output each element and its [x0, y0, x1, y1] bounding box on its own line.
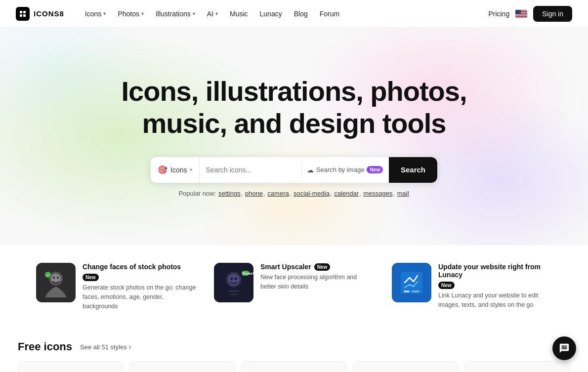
nav-item-forum[interactable]: Forum [315, 7, 344, 21]
search-by-image-label: Search by image [316, 166, 365, 173]
chat-button[interactable] [552, 336, 576, 360]
feature-text-upscaler: Smart Upscaler New New face processing a… [260, 263, 374, 291]
svg-point-15 [235, 278, 237, 280]
navigation: ICONS8 Icons ▾ Photos ▾ Illustrations ▾ … [0, 0, 588, 28]
nav-item-blog[interactable]: Blog [289, 7, 313, 21]
search-category-dropdown[interactable]: 🎯 Icons ▾ [151, 157, 200, 183]
feature-text-lunacy: Update your website right from Lunacy Ne… [438, 263, 552, 310]
popular-label: Popular now: [178, 190, 216, 197]
chevron-down-icon: ▾ [103, 11, 106, 16]
popular-tag-camera[interactable]: camera [267, 190, 289, 197]
icon-grid [18, 361, 570, 372]
svg-rect-0 [20, 11, 22, 13]
category-icon: 🎯 [158, 165, 168, 174]
feature-desc-change-faces: Generate stock photos on the go: change … [83, 283, 196, 311]
feature-title-change-faces: Change faces of stock photos New [83, 263, 196, 281]
svg-rect-3 [23, 14, 26, 17]
feature-thumb-lunacy [392, 263, 431, 302]
nav-label: Music [230, 10, 248, 18]
nav-label: Photos [118, 10, 139, 18]
chevron-down-icon: ▾ [215, 11, 218, 16]
svg-rect-16 [228, 290, 240, 292]
icon-card-3[interactable] [241, 361, 347, 372]
logo-icon [16, 7, 30, 21]
popular-tag-settings[interactable]: settings [218, 190, 241, 197]
search-by-image-button[interactable]: ☁ Search by image New [301, 163, 383, 177]
nav-item-lunacy[interactable]: Lunacy [255, 7, 287, 21]
nav-item-ai[interactable]: AI ▾ [202, 7, 223, 21]
nav-label: Lunacy [260, 10, 282, 18]
nav-links: Icons ▾ Photos ▾ Illustrations ▾ AI ▾ Mu… [80, 7, 489, 21]
cloud-upload-icon: ☁ [307, 166, 314, 174]
free-icons-header: Free icons See all 51 styles › [18, 340, 570, 353]
language-flag[interactable] [515, 10, 527, 18]
feature-new-badge: New [83, 274, 99, 281]
feature-cards: ✓ Change faces of stock photos New Gener… [0, 245, 588, 331]
feature-card-change-faces[interactable]: ✓ Change faces of stock photos New Gener… [27, 255, 205, 319]
svg-point-8 [57, 277, 59, 279]
icon-card-5[interactable] [464, 361, 570, 372]
free-icons-title: Free icons [18, 340, 72, 353]
nav-label: Illustrations [156, 10, 191, 18]
svg-rect-2 [20, 14, 22, 17]
icon-card-1[interactable] [18, 361, 124, 372]
nav-label: Forum [320, 10, 339, 18]
icon-card-4[interactable] [353, 361, 459, 372]
svg-rect-23 [412, 290, 420, 292]
arrow-right-icon: › [129, 343, 131, 351]
feature-desc-lunacy: Link Lunacy and your website to edit ima… [438, 291, 552, 310]
nav-right: Pricing Sign in [488, 6, 572, 22]
svg-point-7 [53, 277, 55, 279]
logo-text: ICONS8 [34, 9, 64, 18]
svg-point-14 [231, 278, 233, 280]
feature-new-badge: New [314, 263, 331, 271]
nav-item-music[interactable]: Music [225, 7, 253, 21]
hero-section: Icons, illustrations, photos, music, and… [0, 28, 588, 245]
icon-card-2[interactable] [129, 361, 235, 372]
feature-card-upscaler[interactable]: Done! Smart Upscaler New New face proces… [205, 255, 383, 319]
svg-rect-22 [404, 290, 410, 292]
nav-label: Blog [294, 10, 308, 18]
free-icons-section: Free icons See all 51 styles › [0, 331, 588, 372]
search-bar: 🎯 Icons ▾ ☁ Search by image New Search [151, 157, 437, 183]
feature-desc-upscaler: New face processing algorithm and better… [260, 273, 374, 291]
hero-content: Icons, illustrations, photos, music, and… [121, 76, 467, 197]
svg-point-6 [51, 274, 61, 284]
svg-text:✓: ✓ [46, 273, 50, 278]
popular-tag-social-media[interactable]: social-media [294, 190, 330, 197]
svg-rect-1 [23, 11, 26, 13]
feature-card-lunacy[interactable]: Update your website right from Lunacy Ne… [383, 255, 561, 319]
svg-rect-17 [230, 293, 238, 295]
popular-tag-messages[interactable]: messages [363, 190, 392, 197]
hero-title: Icons, illustrations, photos, music, and… [121, 76, 467, 139]
search-input[interactable] [206, 166, 297, 174]
popular-tag-calendar[interactable]: calendar [334, 190, 359, 197]
nav-label: AI [207, 10, 213, 18]
popular-tag-phone[interactable]: phone [245, 190, 263, 197]
feature-title-lunacy: Update your website right from Lunacy Ne… [438, 263, 552, 289]
see-all-styles-link[interactable]: See all 51 styles › [80, 343, 131, 351]
nav-label: Icons [85, 10, 101, 18]
search-input-area: ☁ Search by image New [200, 157, 388, 183]
feature-text-change-faces: Change faces of stock photos New Generat… [83, 263, 196, 311]
popular-row: Popular now: settings, phone, camera, so… [121, 190, 467, 197]
feature-thumb-change-faces: ✓ [36, 263, 76, 302]
new-badge: New [367, 166, 383, 173]
nav-item-illustrations[interactable]: Illustrations ▾ [151, 7, 200, 21]
feature-title-upscaler: Smart Upscaler New [260, 263, 374, 271]
nav-item-icons[interactable]: Icons ▾ [80, 7, 111, 21]
category-label: Icons [170, 166, 187, 174]
nav-item-photos[interactable]: Photos ▾ [113, 7, 149, 21]
chevron-down-icon: ▾ [190, 167, 192, 172]
nav-pricing[interactable]: Pricing [488, 10, 509, 18]
feature-thumb-upscaler: Done! [214, 263, 253, 302]
feature-new-badge: New [438, 282, 455, 289]
logo[interactable]: ICONS8 [16, 7, 64, 21]
signin-button[interactable]: Sign in [533, 6, 572, 22]
chevron-down-icon: ▾ [141, 11, 144, 16]
svg-text:Done!: Done! [243, 271, 253, 276]
search-button[interactable]: Search [389, 157, 437, 183]
popular-tag-mail[interactable]: mail [397, 190, 409, 197]
svg-rect-21 [401, 272, 422, 293]
chevron-down-icon: ▾ [193, 11, 195, 16]
